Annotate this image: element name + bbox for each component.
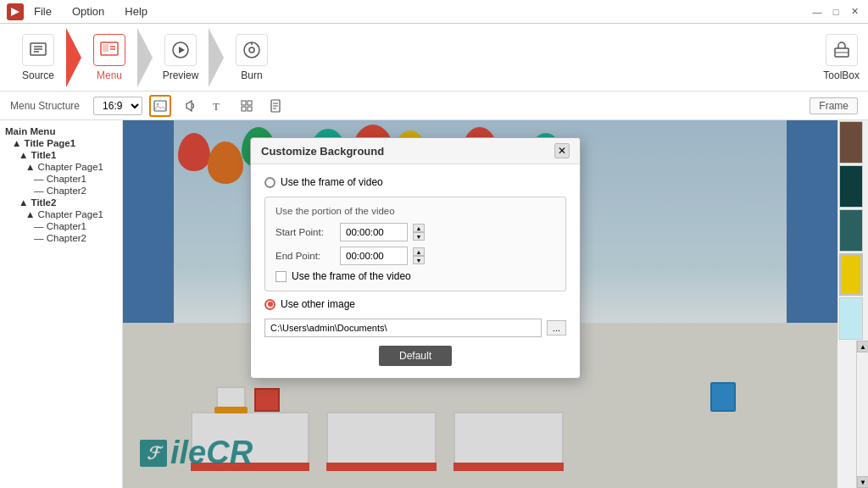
end-spin: ▲ ▼ <box>413 247 425 264</box>
radio-frame-video-label: Use the frame of video <box>281 176 383 188</box>
dialog-header: Customize Background ✕ <box>251 138 580 164</box>
tree-title-page1[interactable]: ▲ Title Page1 <box>0 137 122 149</box>
tree-title1[interactable]: ▲ Title1 <box>0 149 122 161</box>
start-point-label: Start Point: <box>275 227 335 237</box>
background-image-button[interactable] <box>149 95 171 117</box>
structure-label: Menu Structure <box>10 100 80 112</box>
source-icon <box>22 34 54 66</box>
radio-other-image-label: Use other image <box>281 298 355 310</box>
menu-option[interactable]: Option <box>69 3 108 19</box>
tree-chapter-page1-2[interactable]: ▲ Chapter Page1 <box>0 208 122 220</box>
document-button[interactable] <box>264 95 287 117</box>
menu-tool-icon <box>93 34 125 66</box>
end-spin-up[interactable]: ▲ <box>413 247 425 256</box>
frame-checkbox-label: Use the frame of the video <box>292 270 411 282</box>
swatch-teal[interactable] <box>839 209 863 252</box>
color-swatches-panel <box>837 120 863 341</box>
aspect-select[interactable]: 4:3 16:9 <box>93 97 142 115</box>
frame-checkbox[interactable] <box>275 271 287 282</box>
tree-chapter2-2[interactable]: — Chapter2 <box>0 232 122 244</box>
svg-point-12 <box>249 47 254 53</box>
menu-tool-button[interactable]: Menu <box>80 28 139 87</box>
tree-main-menu[interactable]: Main Menu <box>0 125 122 137</box>
start-spin-down[interactable]: ▼ <box>413 232 425 241</box>
svg-rect-22 <box>248 107 252 111</box>
window-controls: — □ ✕ <box>810 5 861 19</box>
svg-rect-6 <box>103 44 108 52</box>
svg-rect-16 <box>154 101 166 111</box>
preview-tool-button[interactable]: Preview <box>151 28 210 87</box>
frame-label: Frame <box>810 97 858 114</box>
scroll-up-button[interactable]: ▲ <box>857 341 868 352</box>
maximize-button[interactable]: □ <box>829 5 843 19</box>
toolbox-button[interactable]: ToolBox <box>823 34 860 81</box>
menu-tool-label: Menu <box>97 69 122 81</box>
tree-chapter1-2[interactable]: — Chapter1 <box>0 220 122 232</box>
svg-rect-19 <box>242 101 246 105</box>
tree-chapter1-1[interactable]: — Chapter1 <box>0 173 122 185</box>
svg-text:T: T <box>213 100 220 113</box>
burn-label: Burn <box>241 69 262 81</box>
end-point-label: End Point: <box>275 251 335 261</box>
scroll-down-button[interactable]: ▼ <box>857 476 868 488</box>
start-point-input[interactable] <box>340 223 408 241</box>
radio-other-image-row: Use other image <box>264 298 566 310</box>
tree-chapter2-1[interactable]: — Chapter2 <box>0 185 122 197</box>
start-point-row: Start Point: ▲ ▼ <box>275 223 555 241</box>
default-button[interactable]: Default <box>379 346 452 366</box>
toolbar-arrow-sep1 <box>66 28 81 87</box>
end-spin-down[interactable]: ▼ <box>413 256 425 264</box>
audio-button[interactable] <box>178 95 200 117</box>
swatch-dark-teal[interactable] <box>839 165 863 208</box>
dialog-close-button[interactable]: ✕ <box>554 143 570 158</box>
menu-help[interactable]: Help <box>121 3 151 19</box>
preview-icon <box>164 34 197 66</box>
svg-rect-20 <box>248 101 252 105</box>
svg-point-17 <box>157 103 159 105</box>
burn-tool-button[interactable]: Burn <box>222 28 281 87</box>
sub-toolbar: Menu Structure 4:3 16:9 T <box>0 92 868 120</box>
sidebar: Main Menu ▲ Title Page1 ▲ Title1 ▲ Chapt… <box>0 120 123 488</box>
svg-marker-10 <box>179 47 185 53</box>
swatch-brown[interactable] <box>839 121 863 164</box>
main-content: Main Menu ▲ Title Page1 ▲ Title1 ▲ Chapt… <box>0 120 868 488</box>
minimize-button[interactable]: — <box>810 5 824 19</box>
path-row: ... <box>264 319 566 337</box>
path-input[interactable] <box>264 319 542 337</box>
section-title: Use the portion of the video <box>275 206 555 216</box>
burn-icon <box>236 34 268 66</box>
start-spin: ▲ ▼ <box>413 224 425 241</box>
menu-file[interactable]: File <box>31 3 55 19</box>
toolbox-label: ToolBox <box>823 69 860 81</box>
end-point-row: End Point: ▲ ▼ <box>275 247 555 265</box>
preview-area: ℱ ileCR Customize Background ✕ Use the f… <box>123 120 837 488</box>
radio-frame-video-row: Use the frame of video <box>264 176 566 188</box>
start-spin-up[interactable]: ▲ <box>413 224 425 232</box>
dialog-body: Use the frame of video Use the portion o… <box>251 164 580 378</box>
text-button[interactable]: T <box>207 95 229 117</box>
tree-chapter-page1-1[interactable]: ▲ Chapter Page1 <box>0 161 122 173</box>
customize-background-dialog: Customize Background ✕ Use the frame of … <box>250 137 581 379</box>
frame-checkbox-row: Use the frame of the video <box>275 270 555 282</box>
end-point-input[interactable] <box>340 247 408 265</box>
source-tool-button[interactable]: Source <box>8 28 68 87</box>
dialog-overlay: Customize Background ✕ Use the frame of … <box>123 120 837 488</box>
path-browse-button[interactable]: ... <box>547 320 566 336</box>
video-portion-section: Use the portion of the video Start Point… <box>264 197 566 291</box>
svg-rect-21 <box>242 107 246 111</box>
grid-button[interactable] <box>236 95 258 117</box>
preview-label: Preview <box>163 69 199 81</box>
radio-other-image[interactable] <box>264 299 275 310</box>
radio-frame-video[interactable] <box>264 177 275 188</box>
toolbar: Source Menu Preview <box>0 24 868 92</box>
swatch-yellow[interactable] <box>839 253 863 296</box>
close-button[interactable]: ✕ <box>848 5 861 19</box>
source-label: Source <box>22 69 54 81</box>
svg-marker-0 <box>11 8 19 16</box>
swatch-light-blue[interactable] <box>839 297 863 340</box>
tree-title2[interactable]: ▲ Title2 <box>0 197 122 208</box>
toolbox-icon <box>826 34 858 66</box>
title-bar: File Option Help — □ ✕ <box>0 0 868 24</box>
menu-bar: File Option Help <box>31 3 810 19</box>
dialog-title: Customize Background <box>261 145 384 158</box>
